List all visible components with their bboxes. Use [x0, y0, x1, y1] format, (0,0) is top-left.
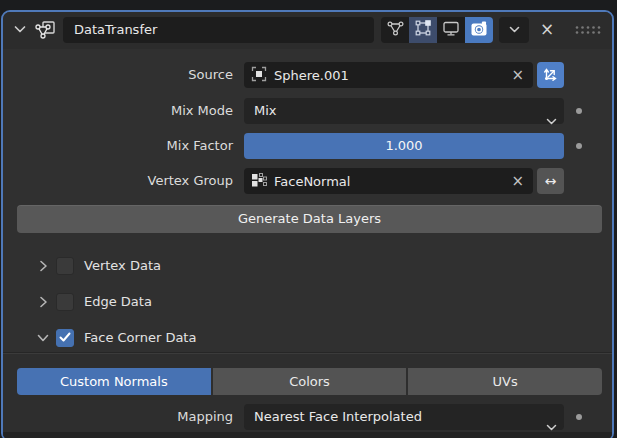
- mapping-value: Nearest Face Interpolated: [254, 409, 422, 424]
- colors-label: Colors: [289, 374, 330, 389]
- close-icon: ×: [540, 19, 554, 39]
- animate-property-dot[interactable]: [576, 414, 582, 420]
- vertex-group-label: Vertex Group: [3, 168, 233, 194]
- mix-mode-value: Mix: [254, 103, 277, 118]
- realtime-display-toggle[interactable]: [437, 17, 465, 43]
- mix-factor-row: Mix Factor 1.000: [3, 133, 612, 159]
- chevron-down-icon: [546, 108, 557, 134]
- mix-mode-row: Mix Mode Mix: [3, 98, 612, 124]
- modifier-extras-menu-button[interactable]: [499, 17, 529, 43]
- vertex-data-checkbox[interactable]: [56, 257, 74, 275]
- edge-data-checkbox[interactable]: [56, 293, 74, 311]
- source-label: Source: [3, 62, 233, 88]
- panel-expand-button[interactable]: [9, 12, 31, 49]
- vertex-group-value: FaceNormal: [274, 174, 509, 189]
- segment-custom-normals[interactable]: Custom Normals: [17, 368, 211, 395]
- vertex-group-invert-toggle[interactable]: ↔: [537, 168, 564, 194]
- section-face-corner-data[interactable]: Face Corner Data: [3, 326, 612, 350]
- edit-mode-toggle[interactable]: [381, 17, 409, 43]
- chevron-right-icon: [36, 258, 50, 277]
- vertex-group-icon: [251, 172, 267, 191]
- chevron-down-icon: [36, 330, 50, 349]
- source-row: Source Sphere.001 ×: [3, 62, 612, 88]
- grip-dots-icon: [574, 21, 602, 40]
- mapping-row: Mapping Nearest Face Interpolated: [3, 404, 612, 430]
- custom-normals-label: Custom Normals: [60, 374, 168, 389]
- segment-colors[interactable]: Colors: [213, 368, 407, 395]
- segment-uvs[interactable]: UVs: [408, 368, 602, 395]
- next-panel-edge: [3, 432, 612, 438]
- chevron-down-icon: [12, 21, 28, 41]
- animate-property-dot[interactable]: [576, 108, 582, 114]
- animate-property-dot[interactable]: [576, 143, 582, 149]
- uvs-label: UVs: [493, 374, 518, 389]
- vertex-triangle-icon: [386, 19, 405, 41]
- mix-factor-label: Mix Factor: [3, 133, 233, 159]
- vertex-group-clear-button[interactable]: ×: [509, 172, 526, 190]
- remove-modifier-button[interactable]: ×: [534, 17, 560, 43]
- vertex-data-label: Vertex Data: [84, 254, 161, 278]
- edge-data-label: Edge Data: [84, 290, 152, 314]
- modifier-header: DataTransfer: [3, 12, 612, 49]
- chevron-right-icon: [36, 294, 50, 313]
- mix-mode-label: Mix Mode: [3, 98, 233, 124]
- source-value: Sphere.001: [274, 68, 509, 83]
- source-object-field[interactable]: Sphere.001 ×: [244, 62, 533, 88]
- render-display-toggle[interactable]: [465, 17, 493, 43]
- mapping-select[interactable]: Nearest Face Interpolated: [244, 404, 564, 430]
- source-clear-button[interactable]: ×: [509, 66, 526, 84]
- panel-drag-grip[interactable]: [574, 12, 602, 49]
- transform-axes-icon: [542, 65, 560, 86]
- mix-mode-select[interactable]: Mix: [244, 98, 564, 124]
- edit-cage-icon: [414, 19, 432, 41]
- face-corner-data-checkbox[interactable]: [56, 329, 74, 347]
- datatransfer-modifier-icon: [31, 12, 59, 49]
- face-corner-data-subpanel: Custom Normals Colors UVs Mapping Neares…: [3, 352, 612, 438]
- vertex-group-row: Vertex Group FaceNormal ×: [3, 168, 612, 194]
- monitor-icon: [442, 20, 460, 41]
- on-cage-toggle[interactable]: [409, 17, 437, 43]
- swap-arrows-icon: ↔: [545, 173, 557, 189]
- checkmark-icon: [58, 329, 72, 348]
- chevron-down-icon: [508, 21, 521, 40]
- datatransfer-modifier-panel: DataTransfer: [1, 10, 614, 438]
- source-object-transform-toggle[interactable]: [537, 62, 564, 88]
- mesh-object-icon: [251, 66, 267, 85]
- vertex-group-field[interactable]: FaceNormal ×: [244, 168, 533, 194]
- modifier-name-input[interactable]: DataTransfer: [63, 17, 374, 43]
- camera-icon: [470, 20, 488, 41]
- display-toggle-group: [381, 17, 493, 43]
- modifier-name-text: DataTransfer: [74, 22, 157, 37]
- mix-factor-slider[interactable]: 1.000: [244, 133, 564, 159]
- section-edge-data[interactable]: Edge Data: [3, 290, 612, 314]
- face-corner-data-label: Face Corner Data: [84, 326, 196, 350]
- data-type-segmented-control: Custom Normals Colors UVs: [17, 368, 602, 395]
- section-vertex-data[interactable]: Vertex Data: [3, 254, 612, 278]
- generate-data-layers-button[interactable]: Generate Data Layers: [17, 205, 602, 233]
- mix-factor-value: 1.000: [385, 138, 422, 153]
- generate-data-layers-label: Generate Data Layers: [238, 211, 381, 226]
- mapping-label: Mapping: [3, 404, 233, 430]
